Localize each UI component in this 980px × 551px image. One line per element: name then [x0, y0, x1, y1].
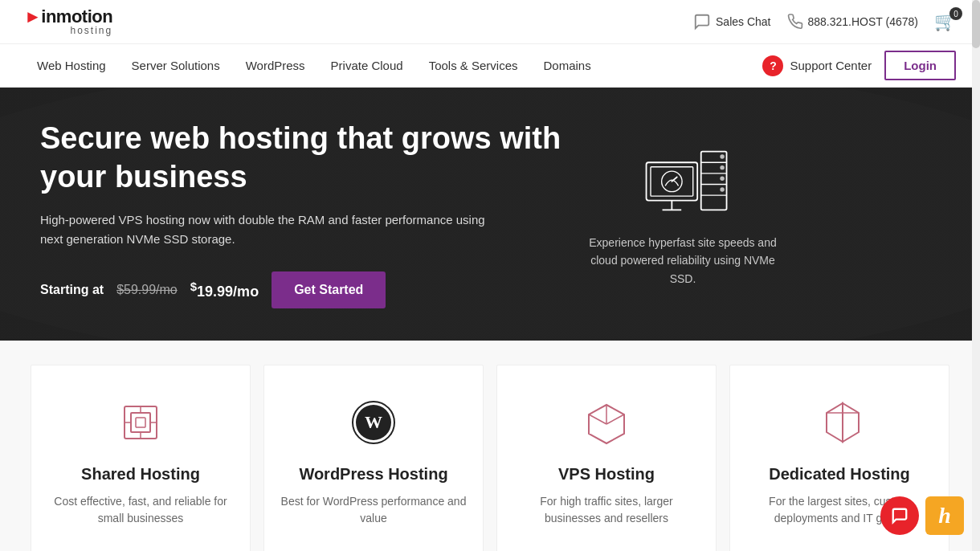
- old-price: $59.99/mo: [116, 283, 178, 297]
- nav-item-tools-services[interactable]: Tools & Services: [416, 44, 531, 87]
- vps-hosting-desc: For high traffic sites, larger businesse…: [513, 493, 700, 527]
- card-wordpress-hosting[interactable]: W WordPress Hosting Best for WordPress p…: [263, 365, 484, 551]
- dedicated-hosting-title: Dedicated Hosting: [769, 465, 910, 484]
- login-button[interactable]: Login: [884, 51, 956, 80]
- cart-badge: 0: [949, 7, 962, 20]
- phone-label: 888.321.HOST (4678): [808, 15, 919, 28]
- support-center-link[interactable]: ? Support Center: [762, 55, 872, 76]
- hero-right: Experience hyperfast site speeds and clo…: [562, 141, 803, 288]
- shared-hosting-desc: Cost effective, fast, and reliable for s…: [47, 493, 234, 527]
- hero-content: Secure web hosting that grows with your …: [40, 120, 562, 308]
- chat-widget-button[interactable]: [880, 496, 919, 535]
- svg-point-11: [720, 176, 724, 180]
- hero-section: Secure web hosting that grows with your …: [0, 88, 980, 341]
- svg-marker-29: [843, 403, 859, 442]
- server-illustration: [631, 141, 735, 221]
- svg-point-10: [720, 165, 724, 169]
- nav-item-domains[interactable]: Domains: [531, 44, 604, 87]
- svg-rect-16: [131, 413, 150, 432]
- dedicated-hosting-icon: [811, 394, 868, 451]
- get-started-button[interactable]: Get Started: [272, 271, 386, 308]
- price-starting-label: Starting at: [40, 283, 104, 297]
- svg-point-9: [720, 154, 724, 158]
- support-label: Support Center: [790, 59, 872, 72]
- sales-chat-link[interactable]: Sales Chat: [693, 13, 770, 31]
- svg-rect-17: [136, 418, 145, 427]
- hero-right-text: Experience hyperfast site speeds and clo…: [578, 234, 787, 288]
- logo-brand: ►inmotion: [24, 8, 112, 26]
- shared-hosting-icon: [112, 394, 169, 451]
- nav-actions: ? Support Center Login: [762, 51, 956, 80]
- svg-line-27: [606, 414, 624, 424]
- nav-item-wordpress[interactable]: WordPress: [233, 44, 318, 87]
- hero-subtitle: High-powered VPS hosting now with double…: [40, 210, 490, 249]
- hosting-cards: Shared Hosting Cost effective, fast, and…: [0, 341, 980, 551]
- phone-link[interactable]: 888.321.HOST (4678): [787, 14, 919, 30]
- chat-icon: [693, 13, 711, 31]
- nav-links: Web Hosting Server Solutions WordPress P…: [24, 44, 604, 87]
- header-right: Sales Chat 888.321.HOST (4678) 🛒 0: [693, 11, 956, 32]
- logo-sub: hosting: [24, 26, 112, 35]
- svg-rect-4: [701, 152, 727, 210]
- vps-hosting-title: VPS Hosting: [558, 465, 655, 484]
- hero-pricing: Starting at $59.99/mo $19.99/mo Get Star…: [40, 271, 562, 308]
- wordpress-hosting-icon: W: [345, 394, 402, 451]
- shared-hosting-title: Shared Hosting: [81, 465, 200, 484]
- sales-chat-label: Sales Chat: [716, 15, 770, 28]
- svg-text:W: W: [365, 412, 382, 432]
- logo[interactable]: ►inmotion hosting: [24, 8, 112, 35]
- hf-widget[interactable]: h: [925, 496, 964, 535]
- new-price: $19.99/mo: [190, 280, 259, 300]
- scrollbar[interactable]: [972, 0, 980, 551]
- vps-hosting-icon: [578, 394, 635, 451]
- card-shared-hosting[interactable]: Shared Hosting Cost effective, fast, and…: [31, 365, 251, 551]
- svg-point-12: [720, 187, 724, 191]
- support-icon: ?: [762, 55, 783, 76]
- main-nav: Web Hosting Server Solutions WordPress P…: [0, 44, 980, 88]
- card-vps-hosting[interactable]: VPS Hosting For high traffic sites, larg…: [496, 365, 717, 551]
- cart-button[interactable]: 🛒 0: [934, 11, 956, 32]
- chat-bubble-icon: [891, 507, 909, 524]
- phone-icon: [787, 14, 803, 30]
- site-header: ►inmotion hosting Sales Chat 888.321.HOS…: [0, 0, 980, 44]
- hero-title: Secure web hosting that grows with your …: [40, 120, 562, 196]
- wordpress-hosting-title: WordPress Hosting: [299, 465, 447, 484]
- new-price-value: 19.99/mo: [197, 284, 259, 300]
- nav-item-web-hosting[interactable]: Web Hosting: [24, 44, 119, 87]
- nav-item-private-cloud[interactable]: Private Cloud: [318, 44, 416, 87]
- svg-marker-30: [827, 403, 843, 442]
- nav-item-server-solutions[interactable]: Server Solutions: [119, 44, 233, 87]
- svg-line-28: [589, 414, 606, 424]
- hf-icon: h: [938, 503, 951, 529]
- price-super: $: [190, 280, 197, 293]
- scrollbar-thumb[interactable]: [972, 0, 980, 48]
- wordpress-hosting-desc: Best for WordPress performance and value: [280, 493, 467, 527]
